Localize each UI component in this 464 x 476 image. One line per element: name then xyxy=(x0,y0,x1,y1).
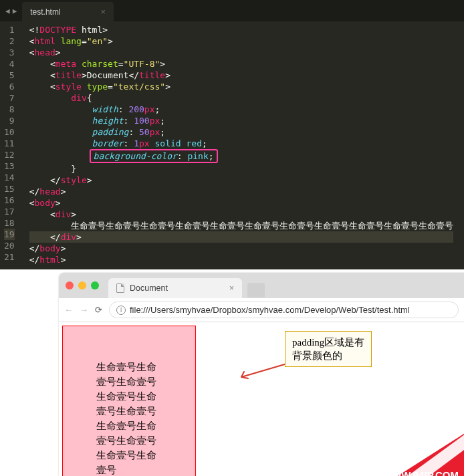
code-line[interactable]: background-color: pink; xyxy=(29,149,454,163)
code-line[interactable]: padding: 50px; xyxy=(29,126,454,138)
line-number: 7 xyxy=(4,92,15,104)
forward-icon[interactable]: → xyxy=(80,305,88,315)
line-number: 4 xyxy=(4,58,15,70)
code-line[interactable]: 生命壹号生命壹号生命壹号生命壹号生命壹号生命壹号生命壹号生命壹号生命壹号生命壹号… xyxy=(29,220,454,231)
line-number: 1 xyxy=(4,24,15,35)
editor-tab[interactable]: test.html × xyxy=(22,2,114,21)
code-editor: ◀ ▶ test.html × 123456789101112131415161… xyxy=(0,0,464,269)
editor-back-icon[interactable]: ◀ xyxy=(5,7,10,15)
editor-tabbar: ◀ ▶ test.html × xyxy=(0,0,464,21)
browser-tab-title: Document xyxy=(130,283,168,293)
browser-tabbar: Document × xyxy=(59,273,464,298)
page-icon xyxy=(116,283,124,293)
code-line[interactable]: width: 200px; xyxy=(29,104,454,115)
close-window-icon[interactable] xyxy=(66,281,74,289)
callout-line2: 背景颜色的 xyxy=(292,349,364,362)
code-line[interactable]: </html> xyxy=(29,254,454,265)
browser-viewport: 生命壹号生命壹号生命壹号生命壹号生命壹号生命壹号生命壹号生命壹号生命壹号生命壹号… xyxy=(59,322,464,476)
watermark-url: WWW.94IP.COM xyxy=(382,469,459,476)
tab-close-icon[interactable]: × xyxy=(229,283,234,293)
maximize-window-icon[interactable] xyxy=(91,281,99,289)
line-gutter: 123456789101112131415161718192021 xyxy=(0,24,20,265)
svg-marker-0 xyxy=(330,425,464,476)
browser-window: Document × ← → ⟳ i file:///Users/smyhvae… xyxy=(59,273,464,476)
callout-arrow-icon xyxy=(235,362,288,382)
reload-icon[interactable]: ⟳ xyxy=(95,305,102,315)
code-line[interactable]: div{ xyxy=(29,92,454,104)
line-number: 10 xyxy=(4,126,15,138)
code-line[interactable]: } xyxy=(29,163,454,174)
new-tab-button[interactable] xyxy=(247,283,265,298)
line-number: 19 xyxy=(4,229,15,240)
code-line[interactable]: <html lang="en"> xyxy=(29,35,454,47)
code-line[interactable]: <meta charset="UTF-8"> xyxy=(29,58,454,70)
line-number: 12 xyxy=(4,149,15,160)
code-line[interactable]: </div> xyxy=(29,231,454,243)
line-number: 8 xyxy=(4,104,15,115)
line-number: 6 xyxy=(4,81,15,92)
code-line[interactable]: </body> xyxy=(29,243,454,254)
line-number: 14 xyxy=(4,172,15,183)
code-line[interactable]: border: 1px solid red; xyxy=(29,138,454,149)
line-number: 9 xyxy=(4,115,15,126)
address-bar: ← → ⟳ i file:///Users/smyhvae/Dropbox/sm… xyxy=(59,298,464,322)
svg-marker-1 xyxy=(349,425,464,476)
editor-nav-arrows[interactable]: ◀ ▶ xyxy=(4,0,22,21)
code-body[interactable]: <!DOCTYPE html><html lang="en"><head> <m… xyxy=(20,24,454,265)
line-number: 3 xyxy=(4,47,15,58)
close-icon[interactable]: × xyxy=(101,7,106,17)
line-number: 11 xyxy=(4,138,15,149)
code-area[interactable]: 123456789101112131415161718192021 <!DOCT… xyxy=(0,21,464,269)
code-line[interactable]: <!DOCTYPE html> xyxy=(29,24,454,35)
line-number: 2 xyxy=(4,35,15,47)
code-line[interactable]: <body> xyxy=(29,197,454,209)
line-number: 18 xyxy=(4,217,15,229)
callout-line1: padding区域是有 xyxy=(292,336,364,349)
line-number: 5 xyxy=(4,70,15,81)
url-text: file:///Users/smyhvae/Dropbox/smyhvae.co… xyxy=(130,305,410,315)
watermark: WWW.94IP.COM IT运维空间 xyxy=(310,425,464,476)
code-highlight-box: background-color: pink; xyxy=(90,149,218,163)
code-line[interactable]: <style type="text/css"> xyxy=(29,81,454,92)
pink-box-text: 生命壹号生命壹号生命壹号生命壹号生命壹号生命壹号生命壹号生命壹号生命壹号生命壹号… xyxy=(96,362,156,475)
line-number: 21 xyxy=(4,251,15,263)
browser-tab[interactable]: Document × xyxy=(108,278,242,298)
pink-box: 生命壹号生命壹号生命壹号生命壹号生命壹号生命壹号生命壹号生命壹号生命壹号生命壹号… xyxy=(62,326,196,476)
code-line[interactable]: <title>Document</title> xyxy=(29,70,454,81)
code-line[interactable]: </style> xyxy=(29,174,454,186)
code-line[interactable]: height: 100px; xyxy=(29,115,454,126)
code-line[interactable]: <div> xyxy=(29,209,454,220)
line-number: 16 xyxy=(4,195,15,206)
line-number: 15 xyxy=(4,183,15,195)
line-number: 20 xyxy=(4,240,15,251)
editor-tab-title: test.html xyxy=(30,7,60,17)
back-icon[interactable]: ← xyxy=(64,305,73,315)
minimize-window-icon[interactable] xyxy=(78,281,86,289)
url-input[interactable]: i file:///Users/smyhvae/Dropbox/smyhvae.… xyxy=(109,302,459,318)
info-icon[interactable]: i xyxy=(116,306,126,315)
line-number: 17 xyxy=(4,206,15,217)
code-line[interactable]: </head> xyxy=(29,186,454,197)
editor-forward-icon[interactable]: ▶ xyxy=(13,7,17,15)
window-controls[interactable] xyxy=(66,281,99,289)
line-number: 13 xyxy=(4,160,15,172)
callout-box: padding区域是有 背景颜色的 xyxy=(285,331,372,367)
code-line[interactable]: <head> xyxy=(29,47,454,58)
